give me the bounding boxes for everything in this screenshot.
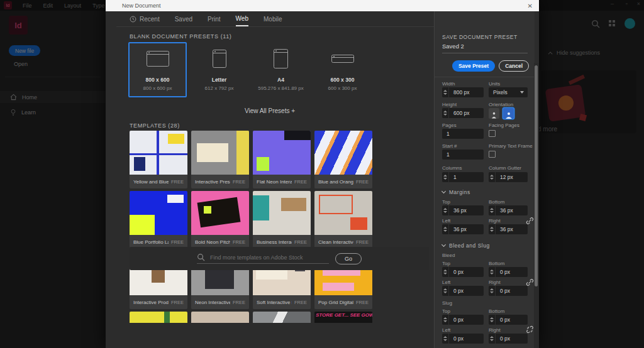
start-number-field[interactable]: 1 [442,150,484,160]
template-card-partial[interactable]: STORE GET... SEE GOW MANA [314,312,372,323]
units-dropdown[interactable]: Pixels [489,87,528,97]
stepper-icon[interactable] [442,224,449,234]
go-button[interactable]: Go [335,253,362,264]
slug-right-field[interactable]: 0 px [489,334,528,344]
portrait-doc-icon [213,50,226,68]
preset-letter[interactable]: Letter 612 x 792 px [190,42,248,97]
dialog-title: New Document [106,3,161,9]
dialog-close-button[interactable]: ✕ [528,3,539,9]
orientation-landscape-button[interactable] [503,108,514,119]
slug-bottom-field[interactable]: 0 px [489,315,528,325]
template-card[interactable]: Clean Interactive Por...FREE [314,191,372,249]
column-gutter-value: 12 px [496,174,513,180]
broken-chain-icon [526,325,534,334]
stepper-icon[interactable] [442,172,449,182]
bleed-top-field[interactable]: 0 px [442,267,484,277]
margin-bottom-field[interactable]: 36 px [489,205,528,215]
slug-bottom-label: Bottom [489,308,504,314]
width-field[interactable]: 800 px [442,87,484,97]
pages-label: Pages [442,122,457,128]
tab-web[interactable]: Web [236,11,248,26]
margin-top-field[interactable]: 36 px [442,205,484,215]
pages-value: 1 [442,131,450,137]
template-name: Clean Interactive Por... [318,239,353,245]
template-thumbnail [253,191,311,235]
panel-scrollbar[interactable] [534,63,539,348]
save-preset-button[interactable]: Save Preset [452,60,495,72]
slug-left-field[interactable]: 0 px [442,334,484,344]
margin-left-label: Left [442,218,450,224]
template-card[interactable]: Flat Neon Interactive...FREE [253,131,311,188]
stepper-icon[interactable] [489,286,496,296]
slug-label: Slug [442,300,452,306]
tab-mobile[interactable]: Mobile [264,11,282,26]
primary-text-frame-checkbox[interactable] [489,151,496,158]
template-card[interactable]: Business Interactive...FREE [253,191,311,249]
preset-a4[interactable]: A4 595.276 x 841.89 px [252,42,310,97]
stepper-icon[interactable] [442,334,449,344]
template-card-partial[interactable] [130,312,187,323]
bleed-bottom-field[interactable]: 0 px [489,267,528,277]
free-badge: FREE [356,239,369,245]
free-badge: FREE [294,179,307,185]
template-card[interactable]: Bold Neon Pitch Dec...FREE [191,191,249,249]
preset-800x600[interactable]: 800 x 600 800 x 600 px [128,42,187,97]
stepper-icon[interactable] [489,267,496,277]
bleed-left-field[interactable]: 0 px [442,286,484,296]
tab-print[interactable]: Print [208,11,221,26]
template-name: Soft Interactive Portf... [257,300,292,305]
pages-field[interactable]: 1 [442,129,484,139]
slug-top-field[interactable]: 0 px [442,315,484,325]
bleed-right-field[interactable]: 0 px [489,286,528,296]
stock-search-input[interactable]: Find more templates on Adobe Stock [197,253,329,264]
free-badge: FREE [171,239,184,245]
preset-name: 800 x 600 [146,77,170,83]
stepper-icon[interactable] [442,286,449,296]
tab-saved[interactable]: Saved [175,11,192,26]
margins-section-toggle[interactable]: Margins [442,189,470,195]
free-badge: FREE [233,300,245,305]
template-name: Bold Neon Pitch Dec... [195,239,230,245]
template-card[interactable]: Interactive Presentat...FREE [191,131,249,188]
stepper-icon[interactable] [442,108,449,118]
stepper-icon[interactable] [442,205,449,215]
margin-bottom-value: 36 px [496,207,513,214]
bleed-top-value: 0 px [449,269,464,275]
template-card[interactable]: Yellow and Blue Inte...FREE [130,131,187,188]
margin-right-field[interactable]: 36 px [489,224,528,234]
facing-pages-checkbox[interactable] [489,130,496,137]
margin-left-field[interactable]: 36 px [442,224,484,234]
preset-600x300[interactable]: 600 x 300 600 x 300 px [313,42,372,97]
stepper-icon[interactable] [442,267,449,277]
stepper-icon[interactable] [442,87,449,97]
tab-recent[interactable]: Recent [130,11,160,26]
bleed-left-value: 0 px [449,288,464,294]
template-name: Neon Interactive Pre... [195,300,230,305]
column-gutter-label: Column Gutter [489,165,521,171]
preset-name: A4 [277,77,284,83]
columns-field[interactable]: 1 [442,172,484,182]
stepper-icon[interactable] [442,315,449,325]
column-gutter-field[interactable]: 12 px [489,172,528,182]
bleed-slug-section-toggle[interactable]: Bleed and Slug [442,242,490,249]
tab-recent-label: Recent [140,16,160,23]
view-all-presets-link[interactable]: View All Presets + [106,107,434,114]
stepper-icon[interactable] [489,334,496,344]
stepper-icon[interactable] [489,172,496,182]
template-card[interactable]: Blue Portfolio Layou...FREE [130,191,187,249]
template-card[interactable]: Blue and Orange Gra...FREE [314,131,372,188]
template-card-partial[interactable] [191,312,249,323]
margin-right-label: Right [489,218,501,224]
stepper-icon[interactable] [489,224,496,234]
stepper-icon[interactable] [489,315,496,325]
height-field[interactable]: 600 px [442,108,484,118]
orientation-portrait-button[interactable] [489,108,499,119]
tab-mobile-label: Mobile [264,16,282,23]
stepper-icon[interactable] [489,205,496,215]
start-number-label: Start # [442,143,457,149]
preset-name-input[interactable]: Saved 2 [442,43,528,53]
scrollbar-thumb[interactable] [535,65,538,286]
slug-top-label: Top [442,308,450,314]
cancel-button[interactable]: Cancel [499,60,529,72]
template-card-partial[interactable] [253,312,311,323]
